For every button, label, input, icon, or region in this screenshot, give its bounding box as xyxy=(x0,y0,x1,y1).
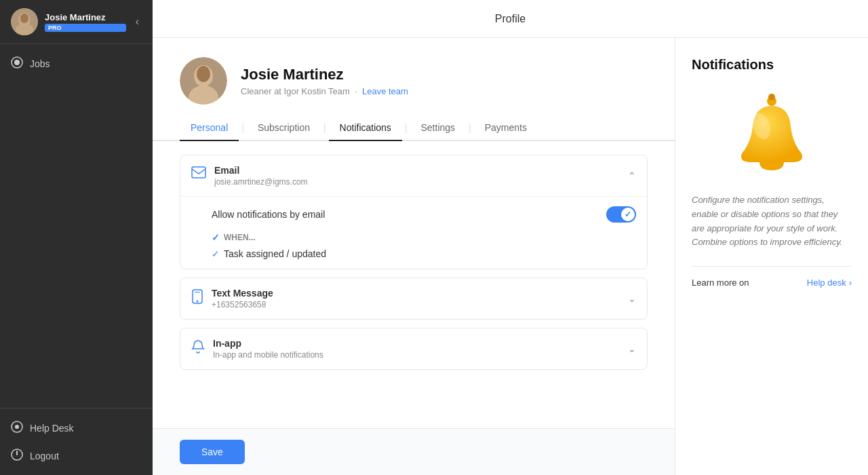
helpdesk-label: Help Desk xyxy=(30,423,74,434)
svg-point-16 xyxy=(197,301,199,303)
task-check-icon: ✓ xyxy=(212,248,220,259)
profile-info: Josie Martinez Cleaner at Igor Kostin Te… xyxy=(241,66,648,96)
pro-badge: PRO xyxy=(45,24,126,32)
email-section-header[interactable]: Email josie.amrtinez@igms.com ⌃ xyxy=(180,155,647,196)
text-section-header[interactable]: Text Message +16352563658 ⌄ xyxy=(180,278,647,319)
sidebar-footer: Help Desk Logout xyxy=(0,408,153,475)
email-icon xyxy=(191,166,206,182)
avatar xyxy=(11,8,38,35)
sidebar-nav: Jobs xyxy=(0,44,153,408)
helpdesk-icon xyxy=(11,421,23,435)
svg-point-20 xyxy=(768,94,775,100)
svg-point-7 xyxy=(15,425,19,429)
text-section-subtitle: +16352563658 xyxy=(212,300,273,309)
text-section: Text Message +16352563658 ⌄ xyxy=(180,278,648,320)
svg-rect-14 xyxy=(192,167,205,178)
email-section-subtitle: josie.amrtinez@igms.com xyxy=(214,177,308,187)
inapp-icon xyxy=(191,339,205,358)
svg-rect-9 xyxy=(16,451,18,455)
when-section: ✓ WHEN... ✓ Task assigned / updated xyxy=(212,232,636,259)
sidebar-header: Josie Martinez PRO ‹ xyxy=(0,0,153,44)
allow-email-toggle[interactable]: ✓ xyxy=(606,206,636,223)
jobs-icon xyxy=(11,56,23,71)
top-bar: Profile xyxy=(153,0,868,38)
right-panel: Notifications xyxy=(675,38,868,475)
profile-team-text: Cleaner at Igor Kostin Team xyxy=(241,86,350,96)
when-check-icon: ✓ xyxy=(212,232,220,243)
tab-settings[interactable]: Settings xyxy=(410,115,467,141)
allow-email-row: Allow notifications by email ✓ xyxy=(212,206,636,223)
sidebar-item-helpdesk[interactable]: Help Desk xyxy=(0,414,153,442)
logout-label: Logout xyxy=(30,451,59,461)
main-content: Profile Josie Martinez Cleaner at I xyxy=(153,0,868,475)
chevron-right-icon: › xyxy=(849,278,852,288)
when-task-item: ✓ Task assigned / updated xyxy=(212,248,636,259)
text-message-icon xyxy=(191,289,203,307)
inapp-section-title: In-app xyxy=(213,338,323,349)
when-label: ✓ WHEN... xyxy=(212,232,636,243)
sidebar-item-jobs[interactable]: Jobs xyxy=(0,50,153,78)
inapp-section-subtitle: In-app and mobile notifications xyxy=(213,350,323,360)
leave-team-link[interactable]: Leave team xyxy=(362,86,408,96)
right-panel-description: Configure the notification settings, ena… xyxy=(692,193,852,250)
email-section: Email josie.amrtinez@igms.com ⌃ Allow no… xyxy=(180,155,648,269)
svg-point-5 xyxy=(14,60,20,65)
tab-notifications[interactable]: Notifications xyxy=(329,115,402,141)
sidebar-user-info: Josie Martinez PRO xyxy=(45,12,126,32)
profile-subtitle: Cleaner at Igor Kostin Team · Leave team xyxy=(241,86,648,96)
save-button[interactable]: Save xyxy=(180,440,245,464)
svg-rect-17 xyxy=(195,292,200,292)
email-section-title: Email xyxy=(214,165,308,176)
content-area: Josie Martinez Cleaner at Igor Kostin Te… xyxy=(153,38,868,475)
when-text: WHEN... xyxy=(224,233,256,242)
email-chevron-icon: ⌃ xyxy=(628,170,636,181)
page-title: Profile xyxy=(495,13,526,25)
text-section-title: Text Message xyxy=(212,288,273,299)
svg-point-3 xyxy=(20,14,28,23)
tab-personal[interactable]: Personal xyxy=(180,115,239,141)
bell-icon-container xyxy=(692,89,852,177)
sidebar-item-logout[interactable]: Logout xyxy=(0,442,153,470)
task-item-label: Task assigned / updated xyxy=(224,248,326,259)
notifications-content: Email josie.amrtinez@igms.com ⌃ Allow no… xyxy=(153,141,675,428)
sidebar-username: Josie Martinez xyxy=(45,12,126,22)
profile-header: Josie Martinez Cleaner at Igor Kostin Te… xyxy=(153,38,675,104)
sidebar-item-jobs-label: Jobs xyxy=(30,58,50,69)
profile-name: Josie Martinez xyxy=(241,66,648,83)
logout-icon xyxy=(11,449,23,463)
help-desk-link[interactable]: Help desk › xyxy=(807,278,852,288)
learn-more-text: Learn more on xyxy=(692,278,749,288)
profile-avatar xyxy=(180,57,227,104)
save-bar: Save xyxy=(153,428,675,475)
profile-section: Josie Martinez Cleaner at Igor Kostin Te… xyxy=(153,38,675,475)
tabs: Personal | Subscription | Notifications … xyxy=(153,115,675,141)
email-notification-body: Allow notifications by email ✓ ✓ WHEN... xyxy=(180,196,647,269)
panel-divider xyxy=(692,266,852,267)
text-chevron-icon: ⌄ xyxy=(628,293,636,304)
bell-icon xyxy=(731,89,812,177)
inapp-chevron-icon: ⌄ xyxy=(628,343,636,354)
sidebar: Josie Martinez PRO ‹ Jobs Help Desk xyxy=(0,0,153,475)
right-panel-title: Notifications xyxy=(692,57,852,73)
sidebar-collapse-button[interactable]: ‹ xyxy=(133,13,142,31)
inapp-section-header[interactable]: In-app In-app and mobile notifications ⌄ xyxy=(180,328,647,369)
tab-subscription[interactable]: Subscription xyxy=(247,115,321,141)
help-row: Learn more on Help desk › xyxy=(692,278,852,288)
allow-email-label: Allow notifications by email xyxy=(212,209,325,220)
tab-payments[interactable]: Payments xyxy=(474,115,538,141)
svg-point-13 xyxy=(197,66,210,82)
inapp-section: In-app In-app and mobile notifications ⌄ xyxy=(180,328,648,370)
